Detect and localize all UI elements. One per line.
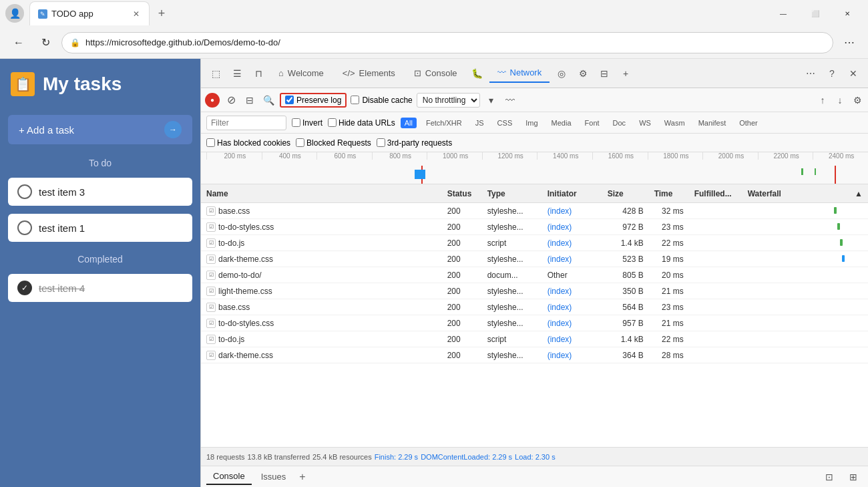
filter-icon-button[interactable]: ⊟: [242, 93, 257, 108]
type-manifest-button[interactable]: Manifest: [694, 118, 730, 128]
type-img-button[interactable]: Img: [521, 118, 541, 128]
back-button[interactable]: ←: [8, 32, 29, 53]
dock-button[interactable]: ⊓: [249, 64, 268, 83]
close-button[interactable]: ✕: [832, 3, 863, 24]
performance-monitor-button[interactable]: ◎: [552, 64, 571, 83]
table-row[interactable]: ☑base.css 200 styleshe... (index) 564 B …: [201, 299, 868, 315]
td-initiator[interactable]: (index): [542, 206, 602, 216]
td-initiator[interactable]: (index): [542, 319, 602, 328]
refresh-button[interactable]: ↻: [35, 32, 56, 53]
tab-network[interactable]: 〰 Network: [489, 63, 550, 83]
bottom-tab-issues[interactable]: Issues: [254, 469, 293, 484]
disable-cache-checkbox[interactable]: [351, 96, 359, 104]
performance-icon[interactable]: 🐛: [468, 64, 487, 83]
table-row[interactable]: ☑to-do-styles.css 200 styleshe... (index…: [201, 219, 868, 235]
type-doc-button[interactable]: Doc: [609, 118, 630, 128]
sort-up-icon[interactable]: ▲: [855, 189, 863, 198]
active-tab[interactable]: ✎ TODO app ✕: [29, 1, 150, 25]
devtools-close-button[interactable]: ✕: [844, 64, 863, 83]
type-js-button[interactable]: JS: [471, 118, 488, 128]
table-row[interactable]: ☑to-do.js 200 script (index) 1.4 kB 22 m…: [201, 331, 868, 347]
table-row[interactable]: ☑light-theme.css 200 styleshe... (index)…: [201, 283, 868, 299]
add-task-button[interactable]: + Add a task →: [8, 115, 192, 144]
search-network-button[interactable]: 🔍: [261, 93, 276, 108]
record-button[interactable]: ●: [205, 93, 220, 108]
blocked-requests-text: Blocked Requests: [306, 138, 371, 148]
td-initiator[interactable]: (index): [542, 303, 602, 312]
upload-button[interactable]: ↑: [816, 94, 829, 107]
tab-elements[interactable]: </> Elements: [335, 64, 403, 82]
list-item[interactable]: test item 1: [8, 214, 192, 242]
device-emulation-button[interactable]: ☰: [228, 64, 246, 83]
type-wasm-button[interactable]: Wasm: [660, 118, 689, 128]
type-ws-button[interactable]: WS: [635, 118, 655, 128]
settings-button-devtools[interactable]: ⚙: [574, 64, 592, 83]
clear-button[interactable]: ⊘: [224, 93, 238, 108]
blocked-requests-label[interactable]: Blocked Requests: [296, 138, 371, 148]
task-checkbox-checked[interactable]: ✓: [17, 281, 32, 295]
invert-checkbox[interactable]: [292, 118, 300, 127]
list-item[interactable]: ✓ test item 4: [8, 274, 192, 302]
preserve-log-checkbox[interactable]: [285, 96, 294, 104]
table-row[interactable]: ☑demo-to-do/ 200 docum... Other 805 B 20…: [201, 267, 868, 283]
td-size: 350 B: [602, 287, 649, 296]
maximize-button[interactable]: ⬜: [800, 3, 831, 24]
new-tab-button[interactable]: +: [152, 4, 171, 23]
throttle-select[interactable]: No throttling: [417, 93, 480, 108]
task-checkbox[interactable]: [17, 220, 32, 235]
fullscreen-icon[interactable]: ⊞: [844, 468, 863, 486]
third-party-checkbox[interactable]: [377, 138, 385, 147]
task-checkbox[interactable]: [17, 184, 32, 199]
devtools-help-button[interactable]: ?: [823, 64, 841, 83]
add-panel-button[interactable]: +: [295, 470, 309, 484]
blocked-requests-checkbox[interactable]: [296, 138, 304, 147]
disable-cache-label[interactable]: Disable cache: [351, 96, 412, 105]
third-party-label[interactable]: 3rd-party requests: [377, 138, 452, 148]
type-all-button[interactable]: All: [401, 118, 417, 128]
inspect-element-button[interactable]: ⬚: [206, 64, 225, 83]
header-initiator: Initiator: [542, 189, 602, 198]
type-font-button[interactable]: Font: [581, 118, 604, 128]
throttle-dropdown-icon[interactable]: ▾: [484, 93, 499, 108]
profile-icon[interactable]: 👤: [5, 4, 24, 23]
td-initiator[interactable]: (index): [542, 238, 602, 248]
hide-data-urls-checkbox[interactable]: [328, 118, 337, 127]
type-media-button[interactable]: Media: [548, 118, 576, 128]
blocked-cookies-label[interactable]: Has blocked cookies: [206, 138, 290, 148]
type-css-button[interactable]: CSS: [493, 118, 517, 128]
tab-welcome[interactable]: ⌂ Welcome: [270, 64, 332, 82]
devtools-more-button[interactable]: ⋯: [801, 64, 820, 83]
td-initiator[interactable]: (index): [542, 335, 602, 344]
table-row[interactable]: ☑dark-theme.css 200 styleshe... (index) …: [201, 251, 868, 267]
table-row[interactable]: ☑base.css 200 styleshe... (index) 428 B …: [201, 203, 868, 219]
type-other-button[interactable]: Other: [735, 118, 762, 128]
add-task-arrow-icon: →: [164, 121, 182, 138]
address-input[interactable]: 🔒 https://microsoftedge.github.io/Demos/…: [61, 32, 833, 53]
minimize-button[interactable]: —: [768, 3, 799, 24]
task-text: test item 3: [39, 186, 85, 198]
filter-input[interactable]: [206, 116, 286, 130]
hide-data-urls-label[interactable]: Hide data URLs: [328, 118, 395, 128]
bottom-tab-console[interactable]: Console: [206, 468, 252, 485]
table-row[interactable]: ☑to-do-styles.css 200 styleshe... (index…: [201, 315, 868, 331]
table-row[interactable]: ☑to-do.js 200 script (index) 1.4 kB 22 m…: [201, 235, 868, 251]
type-fetch-xhr-button[interactable]: Fetch/XHR: [422, 118, 466, 128]
tab-console[interactable]: ⊡ Console: [406, 64, 465, 82]
invert-checkbox-label[interactable]: Invert: [292, 118, 322, 128]
td-initiator[interactable]: (index): [542, 222, 602, 232]
list-item[interactable]: test item 3: [8, 178, 192, 206]
undock-icon[interactable]: ⊡: [820, 468, 839, 486]
download-button[interactable]: ↓: [833, 94, 847, 107]
add-tab-button[interactable]: +: [616, 64, 635, 83]
tab-close-button[interactable]: ✕: [132, 8, 141, 20]
table-row[interactable]: ☑dark-theme.css 200 styleshe... (index) …: [201, 347, 868, 363]
network-settings-button[interactable]: ⚙: [851, 94, 864, 107]
browser-more-button[interactable]: ⋯: [839, 32, 860, 53]
dock-side-button[interactable]: ⊟: [595, 64, 614, 83]
blocked-cookies-checkbox[interactable]: [206, 138, 215, 147]
file-icon: ☑: [206, 351, 216, 360]
preserve-log-label[interactable]: Preserve log: [280, 93, 347, 108]
td-initiator[interactable]: (index): [542, 351, 602, 360]
td-initiator[interactable]: (index): [542, 255, 602, 264]
td-initiator[interactable]: (index): [542, 287, 602, 296]
